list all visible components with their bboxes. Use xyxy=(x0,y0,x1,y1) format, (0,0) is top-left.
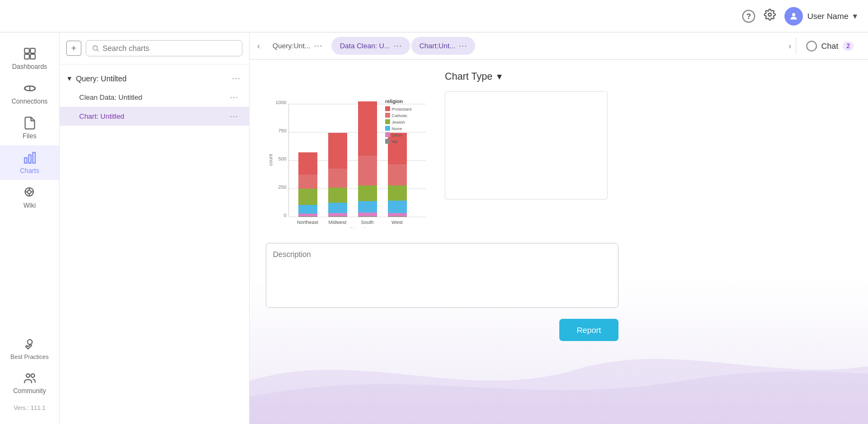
chart-type-dropdown[interactable]: Chart Type ▾ xyxy=(445,70,852,82)
svg-line-21 xyxy=(97,50,99,52)
chart-container: 0 250 500 750 1000 count xyxy=(266,70,434,230)
tab-query[interactable]: Query:Unt... ⋯ xyxy=(264,37,330,55)
tree-child-clean-data[interactable]: Clean Data: Untitled ⋯ xyxy=(60,88,249,107)
svg-text:West: West xyxy=(392,220,403,225)
sidebar-item-dashboards[interactable]: Dashboards xyxy=(0,41,59,76)
sidebar-item-best-practices[interactable]: Best Practices xyxy=(0,332,59,365)
tab-chart[interactable]: Chart:Unt... ⋯ xyxy=(411,37,475,55)
sidebar-item-charts[interactable]: Charts xyxy=(0,145,59,180)
svg-rect-64 xyxy=(385,106,390,111)
svg-point-12 xyxy=(27,190,31,194)
chat-tab[interactable]: Chat 2 xyxy=(796,37,864,55)
svg-text:bigregion: bigregion xyxy=(350,227,371,228)
svg-rect-74 xyxy=(385,139,390,144)
tab-data-clean-label: Data Clean: U... xyxy=(340,42,390,50)
tab-scroll-right[interactable]: › xyxy=(785,38,794,54)
svg-rect-53 xyxy=(358,101,377,156)
chat-label: Chat xyxy=(821,41,839,50)
svg-point-19 xyxy=(31,374,34,377)
chart-type-chevron-icon: ▾ xyxy=(497,70,502,82)
svg-text:religion: religion xyxy=(385,99,403,104)
svg-rect-52 xyxy=(358,156,377,185)
help-icon[interactable]: ? xyxy=(742,10,755,23)
svg-text:500: 500 xyxy=(278,156,286,162)
svg-text:0: 0 xyxy=(284,213,286,218)
svg-rect-3 xyxy=(30,48,35,53)
svg-rect-72 xyxy=(385,132,390,137)
user-dropdown-icon: ▾ xyxy=(853,11,857,21)
tab-query-more[interactable]: ⋯ xyxy=(314,41,322,51)
panel-search-bar: + xyxy=(60,33,249,65)
svg-rect-9 xyxy=(28,155,30,163)
svg-rect-44 xyxy=(328,188,347,203)
tree-parent-label: Query: Untilted xyxy=(76,74,126,83)
svg-text:Catholic: Catholic xyxy=(392,113,407,118)
svg-text:250: 250 xyxy=(278,184,286,190)
main-content: ‹ Query:Unt... ⋯ Data Clean: U... ⋯ Char… xyxy=(250,33,868,424)
svg-rect-43 xyxy=(328,203,347,213)
svg-rect-8 xyxy=(24,158,27,163)
sidebar-item-wiki-label: Wiki xyxy=(23,202,36,209)
sidebar-item-files-label: Files xyxy=(23,132,36,140)
svg-rect-45 xyxy=(328,169,347,188)
tab-scroll-left[interactable]: ‹ xyxy=(254,38,263,54)
svg-text:1000: 1000 xyxy=(276,100,286,105)
chart-type-panel: Chart Type ▾ xyxy=(445,70,852,200)
avatar xyxy=(784,7,803,25)
report-section: Report xyxy=(266,319,618,341)
tab-query-label: Query:Unt... xyxy=(272,42,310,50)
chart-type-options-box[interactable] xyxy=(445,91,608,200)
sidebar-item-files[interactable]: Files xyxy=(0,111,59,145)
svg-rect-66 xyxy=(385,113,390,118)
svg-rect-36 xyxy=(298,205,317,214)
svg-text:Midwest: Midwest xyxy=(328,220,347,225)
svg-text:Northeast: Northeast xyxy=(297,220,318,225)
topbar-icons: ? User Name ▾ xyxy=(742,7,857,25)
add-chart-button[interactable]: + xyxy=(66,41,81,56)
svg-rect-70 xyxy=(385,126,390,131)
report-button[interactable]: Report xyxy=(559,319,618,341)
svg-rect-37 xyxy=(298,189,317,205)
svg-text:750: 750 xyxy=(278,128,286,133)
description-input[interactable] xyxy=(266,243,618,308)
tree-child-chart-label: Chart: Untitled xyxy=(79,112,124,120)
tree-parent-query[interactable]: ▼ Query: Untilted ⋯ xyxy=(60,69,249,88)
user-menu[interactable]: User Name ▾ xyxy=(784,7,857,25)
svg-rect-2 xyxy=(24,48,29,53)
search-input-wrap[interactable] xyxy=(86,40,242,56)
svg-point-20 xyxy=(93,46,97,50)
tab-data-clean[interactable]: Data Clean: U... ⋯ xyxy=(331,37,410,55)
tree-child-chart[interactable]: Chart: Untitled ⋯ xyxy=(60,107,249,126)
chart-area: 0 250 500 750 1000 count xyxy=(250,60,868,424)
tree-child-chart-more[interactable]: ⋯ xyxy=(227,111,240,121)
sidebar-item-connections[interactable]: Connections xyxy=(0,76,59,111)
tree-parent-more[interactable]: ⋯ xyxy=(229,73,242,83)
svg-rect-46 xyxy=(328,133,347,169)
svg-rect-50 xyxy=(358,201,377,213)
search-input[interactable] xyxy=(103,44,237,53)
svg-rect-41 xyxy=(328,216,347,217)
tab-data-clean-more[interactable]: ⋯ xyxy=(393,41,402,51)
sidebar-item-community[interactable]: Community xyxy=(0,365,59,400)
chart-content: 0 250 500 750 1000 count xyxy=(266,70,852,341)
chart-tree: ▼ Query: Untilted ⋯ Clean Data: Untitled… xyxy=(60,65,249,130)
tab-chart-more[interactable]: ⋯ xyxy=(458,41,467,51)
tree-child-clean-data-more[interactable]: ⋯ xyxy=(227,92,240,102)
svg-rect-5 xyxy=(30,54,35,59)
sidebar-item-wiki[interactable]: Wiki xyxy=(0,180,59,215)
svg-rect-48 xyxy=(358,216,377,217)
svg-text:None: None xyxy=(392,126,403,131)
svg-rect-59 xyxy=(388,164,407,185)
svg-rect-35 xyxy=(298,214,317,216)
svg-rect-58 xyxy=(388,185,407,201)
svg-text:Jewish: Jewish xyxy=(392,120,405,125)
left-panel: + ▼ Query: Untilted ⋯ Clean Data: Untitl… xyxy=(60,33,250,424)
tree-collapse-icon: ▼ xyxy=(66,75,73,82)
svg-point-0 xyxy=(768,13,771,16)
chat-icon xyxy=(806,41,817,52)
chat-badge: 2 xyxy=(843,41,854,51)
sidebar: Dashboards Connections Files Charts Wiki… xyxy=(0,33,60,424)
settings-icon[interactable] xyxy=(764,9,776,23)
svg-text:Other: Other xyxy=(392,133,403,138)
version-text: Vers.: 111.1 xyxy=(14,400,46,415)
